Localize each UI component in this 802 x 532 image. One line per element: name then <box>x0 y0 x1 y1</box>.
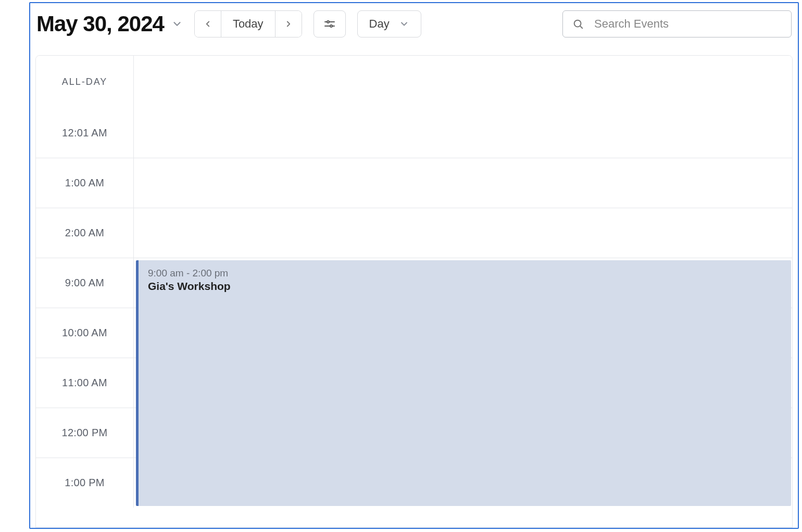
date-nav-group: Today <box>194 10 302 37</box>
time-slot[interactable] <box>134 208 792 258</box>
time-slot[interactable] <box>134 158 792 208</box>
time-label: 11:00 AM <box>36 358 134 408</box>
date-picker[interactable]: May 30, 2024 <box>36 11 183 36</box>
event-time-range: 9:00 am - 2:00 pm <box>148 268 782 279</box>
time-label: 12:00 PM <box>36 408 134 458</box>
chevron-down-icon <box>399 19 409 29</box>
time-label: 10:00 AM <box>36 308 134 358</box>
svg-point-2 <box>327 21 329 23</box>
search-input[interactable] <box>594 17 782 31</box>
allday-label: ALL-DAY <box>36 56 134 108</box>
view-select[interactable]: Day <box>357 10 421 37</box>
time-row: 12:01 AM <box>36 108 792 158</box>
time-label: 2:00 AM <box>36 208 134 258</box>
next-day-button[interactable] <box>275 11 302 37</box>
sliders-icon <box>323 18 336 30</box>
chevron-right-icon <box>284 19 293 29</box>
allday-slot[interactable] <box>134 56 792 108</box>
time-slot[interactable] <box>134 108 792 158</box>
view-select-label: Day <box>369 17 390 31</box>
allday-row: ALL-DAY <box>36 56 792 108</box>
current-date-title: May 30, 2024 <box>36 11 164 36</box>
today-button[interactable]: Today <box>221 11 275 37</box>
chevron-left-icon <box>203 19 212 29</box>
svg-line-5 <box>580 26 582 28</box>
event-title: Gia's Workshop <box>148 280 782 293</box>
time-row: 2:00 AM <box>36 208 792 258</box>
time-row: 1:00 AM <box>36 158 792 208</box>
filters-button[interactable] <box>314 10 346 37</box>
time-label: 1:00 PM <box>36 458 134 508</box>
chevron-down-icon <box>171 18 183 30</box>
search-icon <box>572 18 584 30</box>
svg-point-3 <box>330 25 332 27</box>
search-box[interactable] <box>562 10 792 37</box>
time-label: 9:00 AM <box>36 258 134 308</box>
calendar-grid: ALL-DAY 12:01 AM1:00 AM2:00 AM9:00 AM10:… <box>35 55 793 528</box>
time-label: 1:00 AM <box>36 158 134 208</box>
prev-day-button[interactable] <box>195 11 221 37</box>
calendar-event[interactable]: 9:00 am - 2:00 pmGia's Workshop <box>136 260 791 506</box>
time-label: 12:01 AM <box>36 108 134 158</box>
